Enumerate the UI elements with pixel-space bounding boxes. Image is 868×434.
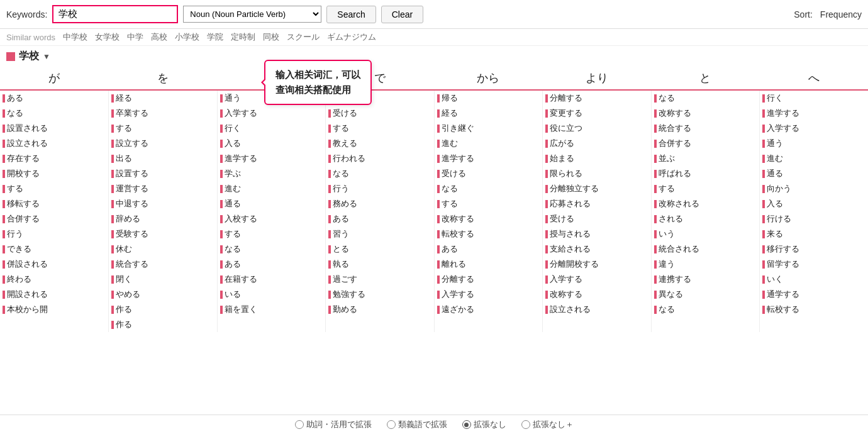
cell-word[interactable]: なる: [7, 108, 23, 119]
cell-word[interactable]: 離れる: [442, 259, 466, 270]
cell-word[interactable]: 統合される: [659, 243, 699, 255]
cell-word[interactable]: 転校する: [442, 228, 474, 240]
cell-word[interactable]: 休む: [116, 243, 132, 255]
cell-word[interactable]: 統合する: [116, 259, 148, 270]
cell-word[interactable]: 連携する: [659, 274, 691, 285]
radio-option-3[interactable]: 拡張なし: [462, 419, 506, 430]
cell-word[interactable]: 経る: [442, 108, 458, 119]
cell-word[interactable]: 合併する: [659, 138, 691, 149]
cell-word[interactable]: 入る: [225, 138, 241, 149]
cell-word[interactable]: 改称される: [659, 198, 699, 209]
cell-word[interactable]: とる: [333, 243, 349, 255]
cell-word[interactable]: する: [225, 228, 241, 240]
cell-word[interactable]: 移行する: [767, 243, 799, 255]
cell-word[interactable]: 設立される: [550, 304, 591, 315]
cell-word[interactable]: 始まる: [550, 153, 574, 164]
cell-word[interactable]: 存在する: [7, 153, 40, 164]
cell-word[interactable]: 務める: [333, 198, 357, 209]
similar-word[interactable]: 学院: [207, 31, 223, 43]
cell-word[interactable]: 役に立つ: [550, 123, 582, 134]
cell-word[interactable]: 行う: [7, 228, 23, 240]
similar-word[interactable]: スクール: [287, 31, 320, 43]
cell-word[interactable]: 入校する: [225, 213, 257, 225]
cell-word[interactable]: なる: [442, 183, 458, 194]
cell-word[interactable]: 通う: [767, 138, 783, 149]
cell-word[interactable]: 在籍する: [225, 274, 257, 285]
cell-word[interactable]: 勉強する: [333, 289, 365, 300]
cell-word[interactable]: 改称する: [659, 108, 691, 119]
cell-word[interactable]: いる: [225, 289, 241, 300]
cell-word[interactable]: 通学する: [767, 289, 799, 300]
cell-word[interactable]: 中退する: [116, 198, 148, 209]
cell-word[interactable]: 引き継ぐ: [442, 123, 474, 134]
cell-word[interactable]: 受験する: [116, 228, 148, 240]
cell-word[interactable]: 来る: [767, 228, 783, 240]
cell-word[interactable]: 変更する: [550, 108, 582, 119]
cell-word[interactable]: する: [116, 123, 132, 134]
cell-word[interactable]: 向かう: [767, 183, 791, 194]
cell-word[interactable]: 改称する: [550, 289, 582, 300]
cell-word[interactable]: 執る: [333, 259, 349, 270]
cell-word[interactable]: 教える: [333, 138, 357, 149]
cell-word[interactable]: 移転する: [7, 198, 40, 209]
radio-option-4[interactable]: 拡張なし＋: [521, 419, 574, 430]
cell-word[interactable]: する: [333, 123, 349, 134]
radio-option-2[interactable]: 類義語で拡張: [387, 419, 447, 430]
cell-word[interactable]: 進む: [225, 183, 241, 194]
pos-select[interactable]: Noun (Noun Particle Verb) Verb Adjective…: [183, 6, 321, 23]
cell-word[interactable]: 設立される: [7, 138, 48, 149]
cell-word[interactable]: 運営する: [116, 183, 148, 194]
cell-word[interactable]: 合併する: [7, 213, 40, 225]
cell-word[interactable]: 経る: [116, 92, 132, 104]
cell-word[interactable]: なる: [225, 243, 241, 255]
cell-word[interactable]: 通る: [767, 168, 783, 179]
cell-word[interactable]: 違う: [659, 259, 675, 270]
cell-word[interactable]: なる: [659, 304, 675, 315]
cell-word[interactable]: 設置される: [7, 123, 48, 134]
cell-word[interactable]: 卒業する: [116, 108, 148, 119]
cell-word[interactable]: する: [7, 183, 23, 194]
cell-word[interactable]: 支給される: [550, 243, 591, 255]
similar-word[interactable]: ギムナジウム: [327, 31, 376, 43]
cell-word[interactable]: 分離独立する: [550, 183, 599, 194]
cell-word[interactable]: ある: [225, 259, 241, 270]
cell-word[interactable]: 過ごす: [333, 274, 357, 285]
cell-word[interactable]: 閉く: [116, 274, 132, 285]
cell-word[interactable]: 開設される: [7, 289, 48, 300]
cell-word[interactable]: なる: [333, 168, 349, 179]
cell-word[interactable]: 辞める: [116, 213, 140, 225]
cell-word[interactable]: 応募される: [550, 198, 591, 209]
similar-word[interactable]: 女学校: [95, 31, 120, 43]
cell-word[interactable]: 進学する: [225, 153, 257, 164]
cell-word[interactable]: 進む: [442, 138, 458, 149]
cell-word[interactable]: 通る: [225, 198, 241, 209]
cell-word[interactable]: 併設される: [7, 259, 48, 270]
cell-word[interactable]: 留学する: [767, 259, 799, 270]
cell-word[interactable]: 統合する: [659, 123, 691, 134]
cell-word[interactable]: する: [659, 183, 675, 194]
cell-word[interactable]: 帰る: [442, 92, 458, 104]
cell-word[interactable]: 行われる: [333, 153, 365, 164]
cell-word[interactable]: 設置する: [116, 168, 148, 179]
cell-word[interactable]: 分離する: [550, 92, 582, 104]
similar-word[interactable]: 中学校: [63, 31, 87, 43]
similar-word[interactable]: 定時制: [231, 31, 255, 43]
cell-word[interactable]: 入学する: [225, 108, 257, 119]
keyword-dropdown-icon[interactable]: ▼: [43, 52, 50, 61]
similar-word[interactable]: 小学校: [175, 31, 199, 43]
cell-word[interactable]: 限られる: [550, 168, 582, 179]
cell-word[interactable]: 分離する: [442, 274, 474, 285]
cell-word[interactable]: 習う: [333, 228, 349, 240]
cell-word[interactable]: ある: [442, 243, 458, 255]
cell-word[interactable]: 遠ざかる: [442, 304, 474, 315]
cell-word[interactable]: 籍を置く: [225, 304, 257, 315]
cell-word[interactable]: できる: [7, 243, 31, 255]
cell-word[interactable]: 作る: [116, 304, 132, 315]
similar-word[interactable]: 同校: [263, 31, 279, 43]
cell-word[interactable]: 行う: [333, 183, 349, 194]
radio-option-1[interactable]: 助詞・活用で拡張: [295, 419, 372, 430]
cell-word[interactable]: ある: [333, 213, 349, 225]
cell-word[interactable]: される: [659, 213, 683, 225]
cell-word[interactable]: 入学する: [550, 274, 582, 285]
search-button[interactable]: Search: [326, 6, 376, 23]
